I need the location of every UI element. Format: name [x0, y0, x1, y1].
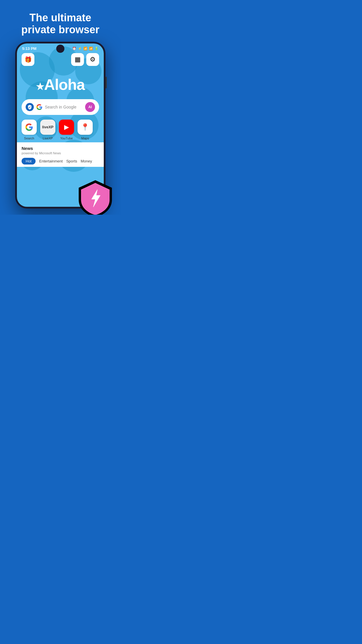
camera-notch [56, 45, 64, 53]
search-app-label: Search [24, 136, 34, 140]
livexp-app-label: LiveXP [43, 136, 53, 140]
app-icons-row: Search liveXP LiveXP ▶ YouTube 📍 Maps [17, 115, 104, 142]
news-tabs: Hot Entertainment Sports Money [22, 158, 99, 164]
maps-app-icon: 📍 [78, 120, 93, 135]
gear-icon: ⚙ [90, 56, 96, 63]
news-title: News [22, 146, 99, 151]
youtube-app-label: YouTube [60, 136, 73, 140]
top-buttons-row: 🎁 ▦ ⚙ [17, 52, 104, 67]
bluetooth-icon: ⚡ [78, 47, 82, 50]
news-tab-hot[interactable]: Hot [22, 158, 36, 164]
header-title: The ultimate private browser [15, 12, 105, 36]
youtube-app-icon: ▶ [59, 120, 74, 135]
ai-label: AI [88, 105, 92, 109]
settings-button[interactable]: ⚙ [86, 53, 99, 66]
status-time: 5:13 PM [22, 46, 36, 51]
app-item-maps[interactable]: 📍 Maps [78, 120, 93, 140]
search-bar[interactable]: Search in Google AI [22, 99, 99, 115]
news-tab-sports[interactable]: Sports [66, 158, 77, 164]
qr-button[interactable]: ▦ [71, 53, 84, 66]
app-item-livexp[interactable]: liveXP LiveXP [40, 120, 55, 140]
wifi-icon: 📶 [83, 47, 87, 50]
gift-button[interactable]: 🎁 [22, 53, 34, 66]
aloha-logo: ★Aloha [17, 76, 104, 93]
app-item-search[interactable]: Search [22, 120, 37, 140]
news-section: News powered by Microsoft News Hot Enter… [17, 142, 104, 167]
signal-icon: 📶 [89, 47, 93, 50]
app-item-youtube[interactable]: ▶ YouTube [59, 120, 74, 140]
news-tab-money[interactable]: Money [81, 158, 92, 164]
qr-icon: ▦ [75, 56, 81, 63]
news-subtitle: powered by Microsoft News [22, 151, 99, 155]
news-tab-entertainment[interactable]: Entertainment [39, 158, 63, 164]
google-icon [36, 104, 43, 110]
ai-button[interactable]: AI [85, 102, 95, 112]
aloha-logo-area: ★Aloha [17, 76, 104, 93]
phone-mockup: 5:13 PM ⏰ ⚡ 📶 📶 🔋 🎁 ▦ [15, 42, 106, 209]
gift-icon: 🎁 [24, 56, 32, 63]
search-placeholder: Search in Google [45, 105, 83, 109]
shield-icon [26, 103, 34, 111]
pink-shield-decoration [76, 179, 114, 215]
maps-app-label: Maps [81, 136, 89, 140]
status-icons: ⏰ ⚡ 📶 📶 🔋 [72, 47, 99, 50]
search-app-icon [22, 120, 37, 135]
battery-icon: 🔋 [94, 47, 99, 50]
volume-button [106, 77, 107, 88]
alarm-icon: ⏰ [72, 47, 76, 50]
livexp-app-icon: liveXP [40, 120, 55, 135]
title-line1: The ultimate [29, 12, 91, 24]
title-line2: private browser [21, 24, 99, 36]
star-icon: ★ [36, 81, 44, 92]
right-buttons: ▦ ⚙ [71, 53, 99, 66]
